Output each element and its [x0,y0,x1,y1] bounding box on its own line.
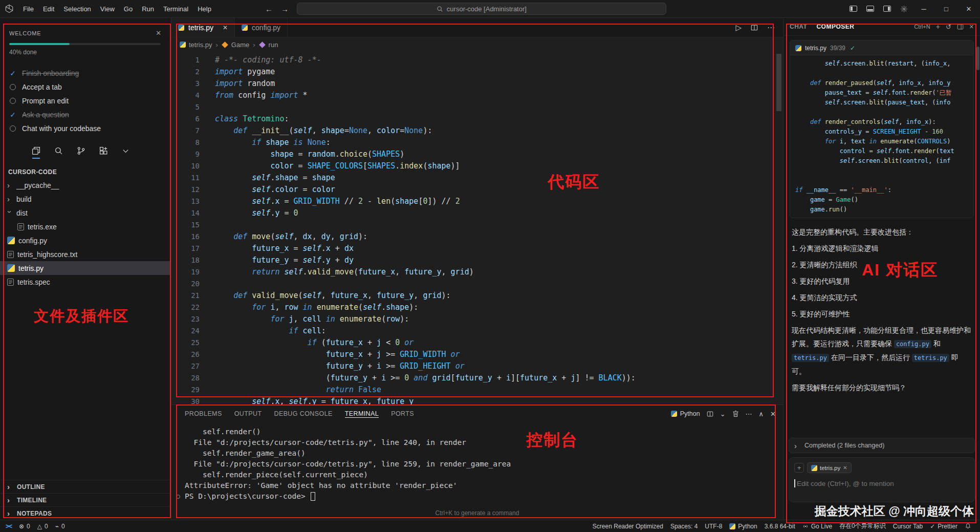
menu-item-terminal[interactable]: Terminal [159,5,193,13]
more-views-chevron-icon[interactable] [122,147,129,155]
extensions-icon[interactable] [99,146,108,155]
new-terminal-dropdown-icon[interactable]: ⌄ [720,410,726,418]
explorer-icon[interactable] [32,146,40,155]
chat-input-card[interactable]: + tetris.py ✕ Edit code (Ctrl+I), @ to m… [789,457,975,502]
line-number: 13 [171,196,200,207]
breadcrumb-item[interactable]: Game [222,41,249,49]
python-file-icon [180,41,186,48]
welcome-step[interactable]: ✓Ask a question [0,108,171,121]
menu-item-go[interactable]: Go [119,5,137,13]
section-outline[interactable]: ›OUTLINE [0,480,171,493]
close-button[interactable]: ✕ [957,0,980,17]
status-error-count[interactable]: ⊗0 [15,520,34,532]
tree-item[interactable]: tetris.spec [0,275,171,289]
welcome-step[interactable]: ✓Finish onboarding [0,66,171,80]
chat-scrollbar[interactable] [976,47,979,70]
context-chip[interactable]: tetris.py ✕ [807,462,852,473]
tree-item[interactable]: config.py [0,233,171,247]
tab-close-icon[interactable]: ✕ [223,24,228,31]
chat-input[interactable]: Edit code (Ctrl+I), @ to mention [794,479,969,487]
status-remote-indicator[interactable]: >< [2,520,15,532]
composer-status-row[interactable]: › Completed (2 files changed) [789,438,975,453]
status-abnormal-marks[interactable]: 存在0个异常标识 [836,520,889,532]
line-number: 30 [171,396,200,405]
status-screen-reader[interactable]: Screen Reader Optimized [589,520,667,532]
tree-item[interactable]: tetris.py [0,261,171,275]
tree-item[interactable]: ›build [0,192,171,206]
code-editor[interactable]: 1# -*- coding: utf-8 -*-2import pygame3i… [171,52,783,405]
tab-tetris-py[interactable]: tetris.py✕ [171,18,235,37]
trash-icon[interactable] [732,410,739,417]
chat-tab-composer[interactable]: COMPOSER [816,23,854,30]
more-actions-icon[interactable]: ⋯ [767,23,775,32]
breadcrumb-item[interactable]: run [259,41,278,49]
welcome-close-icon[interactable]: ✕ [156,29,162,37]
toggle-sidebar-icon[interactable] [845,0,862,17]
split-terminal-icon[interactable] [707,411,713,417]
forward-icon[interactable]: → [281,5,289,13]
run-python-file-icon[interactable]: ▷ [735,23,742,32]
status-go-live[interactable]: Go Live [799,520,836,532]
panel-more-icon[interactable]: ⋯ [746,410,752,418]
section-timeline[interactable]: ›TIMELINE [0,493,171,506]
panel-tab-terminal[interactable]: TERMINAL [345,410,379,418]
panel-tab-ports[interactable]: PORTS [391,410,414,417]
explorer-section-title[interactable]: CURSOR-CODE [0,161,171,178]
back-icon[interactable]: ← [265,5,273,13]
ai-chat-panel: CHATCOMPOSER Ctrl+N + ↺ ✕ tetris.py 39/3… [783,18,980,520]
search-bar[interactable]: cursor-code [Administrator] [297,3,666,15]
close-chat-icon[interactable]: ✕ [969,24,974,30]
split-editor-icon[interactable] [751,24,758,31]
close-panel-icon[interactable]: ✕ [770,410,776,418]
status-language-mode[interactable]: Python [726,520,760,532]
chat-file-progress: 39/39 [830,45,845,52]
status-prettier[interactable]: ✓Prettier [926,520,961,532]
status-cursor-tab[interactable]: Cursor Tab [889,520,926,532]
panel-tab-output[interactable]: OUTPUT [234,410,262,417]
menu-item-file[interactable]: File [18,5,38,13]
open-in-editor-icon[interactable] [957,24,964,30]
status-indentation[interactable]: Spaces: 4 [667,520,701,532]
status-encoding[interactable]: UTF-8 [701,520,726,532]
status-warning-count[interactable]: △0 [34,520,52,532]
maximize-button[interactable]: □ [935,0,957,17]
breadcrumb-item[interactable]: tetris.py [180,41,212,49]
tab-config-py[interactable]: config.py [235,18,288,37]
menu-item-run[interactable]: Run [137,5,159,13]
chat-file-header[interactable]: tetris.py 39/39 ✓ [790,40,973,56]
remove-chip-icon[interactable]: ✕ [843,465,847,471]
code-token: choice [340,150,367,159]
welcome-step[interactable]: Chat with your codebase [0,121,171,135]
maximize-panel-icon[interactable]: ∧ [759,410,764,418]
terminal-output[interactable]: self.render() File "d:/projects/cursor-c… [171,422,783,502]
welcome-step[interactable]: Prompt an edit [0,94,171,108]
search-panel-icon[interactable] [54,146,63,155]
section-notepads[interactable]: ›NOTEPADS [0,506,171,520]
status-port-count[interactable]: ⌁0 [52,520,69,532]
tree-item[interactable]: ›__pycache__ [0,178,171,192]
status-python-interpreter[interactable]: 3.6.8 64-bit [761,520,799,532]
chat-tab-chat[interactable]: CHAT [790,23,807,30]
menu-item-edit[interactable]: Edit [38,5,59,13]
menu-item-view[interactable]: View [96,5,119,13]
editor-scrollbar[interactable] [776,54,781,111]
history-icon[interactable]: ↺ [946,23,951,31]
status-notifications[interactable] [961,520,975,532]
panel-tab-problems[interactable]: PROBLEMS [185,410,222,417]
menu-item-help[interactable]: Help [193,5,216,13]
new-chat-icon[interactable]: + [936,23,940,31]
toggle-panel-icon[interactable] [862,0,879,17]
tree-item[interactable]: tetris_highscore.txt [0,247,171,261]
menu-item-selection[interactable]: Selection [59,5,95,13]
minimize-button[interactable]: ─ [912,0,935,17]
terminal-prompt-line[interactable]: PS D:\projects\cursor-code> [185,491,783,502]
tree-item[interactable]: ›dist [0,206,171,220]
settings-gear-icon[interactable] [896,0,912,17]
panel-tab-debug-console[interactable]: DEBUG CONSOLE [274,410,332,417]
welcome-step[interactable]: Accept a tab [0,80,171,94]
toggle-secondary-sidebar-icon[interactable] [879,0,896,17]
source-control-icon[interactable] [77,146,85,155]
terminal-profile[interactable]: Python [671,410,700,417]
add-context-icon[interactable]: + [794,463,804,473]
tree-item[interactable]: tetris.exe [0,220,171,233]
